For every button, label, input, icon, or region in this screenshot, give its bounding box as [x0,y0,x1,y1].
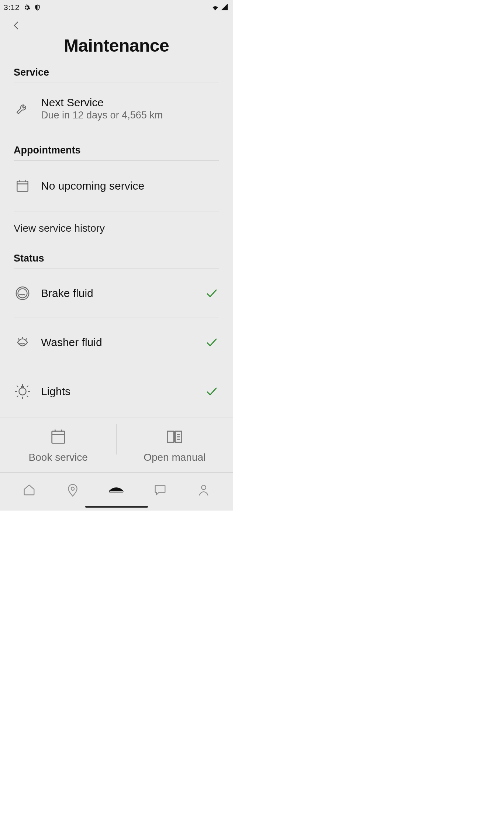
wrench-icon [14,100,31,118]
home-indicator [85,506,148,508]
open-manual-label: Open manual [144,452,206,463]
brake-fluid-icon [14,284,31,302]
page-title: Maintenance [11,35,222,56]
svg-line-15 [17,396,18,397]
back-button[interactable] [11,16,222,35]
appointments-row: No upcoming service [14,161,219,211]
svg-point-23 [71,487,74,490]
status-time: 3:12 [4,3,20,12]
next-service-subtitle: Due in 12 days or 4,565 km [41,110,219,121]
tab-car[interactable] [107,481,125,499]
status-row-lights[interactable]: Lights [14,367,219,416]
svg-point-6 [19,388,26,395]
service-history-link[interactable]: View service history [14,211,219,245]
status-row-brake-fluid[interactable]: Brake fluid [14,269,219,318]
book-icon [165,427,184,446]
tab-messages[interactable] [151,481,169,499]
book-service-label: Book service [29,452,88,463]
next-service-row[interactable]: Next Service Due in 12 days or 4,565 km [14,83,219,134]
gear-icon [23,4,30,11]
shield-icon [34,4,41,11]
wifi-icon [212,4,219,11]
action-bar: Book service Open manual [0,418,233,473]
svg-line-14 [27,386,28,387]
tab-bar [0,473,233,511]
check-icon [204,286,219,301]
status-label: Washer fluid [41,336,204,349]
washer-fluid-icon [14,333,31,351]
lights-icon [14,383,31,400]
status-label: Brake fluid [41,287,204,300]
section-header-status: Status [14,253,219,269]
tab-map[interactable] [64,481,82,499]
signal-icon [221,3,228,12]
open-manual-button[interactable]: Open manual [117,418,233,472]
check-icon [204,335,219,350]
svg-rect-16 [52,431,65,443]
tab-home[interactable] [20,481,38,499]
book-service-button[interactable]: Book service [0,418,117,472]
next-service-title: Next Service [41,96,219,109]
status-row-washer-fluid[interactable]: Washer fluid [14,318,219,367]
svg-line-13 [27,396,28,397]
status-label: Lights [41,385,204,398]
check-icon [204,384,219,399]
section-header-service: Service [14,67,219,83]
svg-rect-7 [21,387,24,388]
svg-point-25 [201,485,206,490]
svg-rect-24 [110,491,123,492]
no-appointments-label: No upcoming service [41,180,219,192]
calendar-icon [49,427,68,446]
status-bar: 3:12 [0,0,233,13]
section-header-appointments: Appointments [14,145,219,161]
svg-point-5 [18,289,27,298]
tab-profile[interactable] [195,481,213,499]
calendar-icon [14,177,31,195]
svg-line-12 [17,386,18,387]
svg-rect-0 [17,181,28,191]
